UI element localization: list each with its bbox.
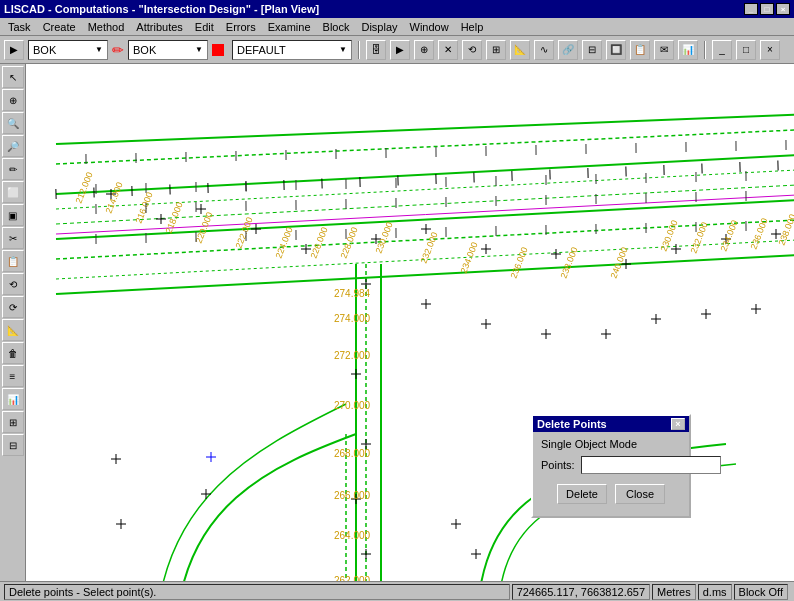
tb-btn-6[interactable]: ⊞	[486, 40, 506, 60]
dialog-title-bar: Delete Points ×	[533, 416, 689, 432]
status-block-off: Block Off	[734, 584, 788, 600]
pen-icon: ✏	[112, 42, 124, 58]
status-mode: d.ms	[698, 584, 732, 600]
dropdown-arrow2: ▼	[195, 45, 203, 54]
status-bar: Delete points - Select point(s). 724665.…	[0, 581, 794, 601]
dialog-mode-label: Single Object Mode	[541, 438, 637, 450]
lt-btn-delete[interactable]: 🗑	[2, 342, 24, 364]
dialog-body: Single Object Mode Points: Delete Close	[533, 432, 689, 516]
dialog-buttons: Delete Close	[541, 480, 681, 510]
menu-attributes[interactable]: Attributes	[130, 20, 188, 34]
title-bar-buttons: _ □ ×	[744, 3, 790, 15]
left-toolbar: ↖ ⊕ 🔍 🔎 ✏ ⬜ ▣ ✂ 📋 ⟲ ⟳ 📐 🗑 ≡ 📊 ⊞ ⊟	[0, 64, 26, 581]
tb-btn-1[interactable]: 🗄	[366, 40, 386, 60]
inner-minimize-btn[interactable]: _	[712, 40, 732, 60]
lt-btn-cross[interactable]: ⊕	[2, 89, 24, 111]
tb-btn-4[interactable]: ✕	[438, 40, 458, 60]
tb-btn-7[interactable]: 📐	[510, 40, 530, 60]
tb-btn-11[interactable]: 🔲	[606, 40, 626, 60]
menu-examine[interactable]: Examine	[262, 20, 317, 34]
delete-dialog: Delete Points × Single Object Mode Point…	[531, 414, 691, 518]
dropdown-arrow3: ▼	[339, 45, 347, 54]
lt-btn-chart[interactable]: 📊	[2, 388, 24, 410]
tb-btn-2[interactable]: ▶	[390, 40, 410, 60]
close-button[interactable]: ×	[776, 3, 790, 15]
dialog-title-text: Delete Points	[537, 418, 607, 430]
menu-display[interactable]: Display	[355, 20, 403, 34]
lt-btn-zoomin[interactable]: 🔍	[2, 112, 24, 134]
canvas-area[interactable]: Delete Points × Single Object Mode Point…	[26, 64, 794, 581]
dialog-mode-row: Single Object Mode	[541, 438, 681, 450]
toolbar: ▶ BOK ▼ ✏ BOK ▼ DEFAULT ▼ 🗄 ▶ ⊕ ✕ ⟲ ⊞ 📐 …	[0, 36, 794, 64]
menu-bar: Task Create Method Attributes Edit Error…	[0, 18, 794, 36]
menu-block[interactable]: Block	[317, 20, 356, 34]
inner-close-btn[interactable]: ×	[760, 40, 780, 60]
title-bar: LISCAD - Computations - "Intersection De…	[0, 0, 794, 18]
delete-button[interactable]: Delete	[557, 484, 607, 504]
status-message: Delete points - Select point(s).	[4, 584, 510, 600]
dialog-points-input[interactable]	[581, 456, 721, 474]
main-area: ↖ ⊕ 🔍 🔎 ✏ ⬜ ▣ ✂ 📋 ⟲ ⟳ 📐 🗑 ≡ 📊 ⊞ ⊟ Delete…	[0, 64, 794, 581]
lt-btn-zoomout[interactable]: 🔎	[2, 135, 24, 157]
status-coordinates: 724665.117, 7663812.657	[512, 584, 650, 600]
tb-btn-13[interactable]: ✉	[654, 40, 674, 60]
lt-btn-pointer[interactable]: ↖	[2, 66, 24, 88]
lt-btn-edit[interactable]: ✏	[2, 158, 24, 180]
inner-maximize-btn[interactable]: □	[736, 40, 756, 60]
dialog-close-btn-label[interactable]: Close	[615, 484, 665, 504]
dialog-points-label: Points:	[541, 459, 575, 471]
dialog-close-button[interactable]: ×	[671, 418, 685, 430]
toolbar-separator2	[704, 41, 706, 59]
title-text: LISCAD - Computations - "Intersection De…	[4, 3, 319, 15]
status-unit: Metres	[652, 584, 696, 600]
toolbar-arrow-btn[interactable]: ▶	[4, 40, 24, 60]
lt-btn-copy[interactable]: 📋	[2, 250, 24, 272]
dropdown-default[interactable]: DEFAULT ▼	[232, 40, 352, 60]
tb-btn-10[interactable]: ⊟	[582, 40, 602, 60]
minimize-button[interactable]: _	[744, 3, 758, 15]
lt-btn-plus[interactable]: ⊞	[2, 411, 24, 433]
color-swatch	[212, 44, 224, 56]
lt-btn-select[interactable]: ▣	[2, 204, 24, 226]
tb-btn-8[interactable]: ∿	[534, 40, 554, 60]
dialog-points-row: Points:	[541, 456, 681, 474]
menu-help[interactable]: Help	[455, 20, 490, 34]
lt-btn-undo[interactable]: ⟲	[2, 273, 24, 295]
lt-btn-redo[interactable]: ⟳	[2, 296, 24, 318]
dropdown-bok1[interactable]: BOK ▼	[28, 40, 108, 60]
dropdown-bok2[interactable]: BOK ▼	[128, 40, 208, 60]
lt-btn-cut[interactable]: ✂	[2, 227, 24, 249]
lt-btn-minus[interactable]: ⊟	[2, 434, 24, 456]
menu-edit[interactable]: Edit	[189, 20, 220, 34]
menu-errors[interactable]: Errors	[220, 20, 262, 34]
tb-btn-5[interactable]: ⟲	[462, 40, 482, 60]
tb-btn-3[interactable]: ⊕	[414, 40, 434, 60]
menu-method[interactable]: Method	[82, 20, 131, 34]
menu-create[interactable]: Create	[37, 20, 82, 34]
lt-btn-list[interactable]: ≡	[2, 365, 24, 387]
menu-window[interactable]: Window	[404, 20, 455, 34]
tb-btn-14[interactable]: 📊	[678, 40, 698, 60]
lt-btn-rect[interactable]: ⬜	[2, 181, 24, 203]
tb-btn-12[interactable]: 📋	[630, 40, 650, 60]
tb-btn-9[interactable]: 🔗	[558, 40, 578, 60]
toolbar-separator1	[358, 41, 360, 59]
maximize-button[interactable]: □	[760, 3, 774, 15]
menu-task[interactable]: Task	[2, 20, 37, 34]
lt-btn-measure[interactable]: 📐	[2, 319, 24, 341]
dropdown-arrow1: ▼	[95, 45, 103, 54]
